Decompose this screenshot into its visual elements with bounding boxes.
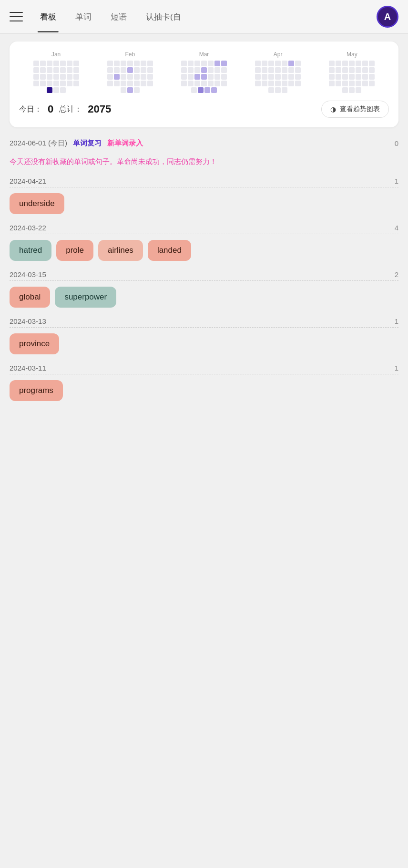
- review-link[interactable]: 单词复习: [73, 139, 102, 148]
- word-chips-1: underside: [10, 193, 398, 214]
- month-apr: Apr: [241, 51, 315, 93]
- today-label: 今日：: [19, 104, 42, 114]
- menu-button[interactable]: [10, 12, 23, 21]
- word-chip-province[interactable]: province: [10, 333, 59, 354]
- word-chips-4: province: [10, 333, 398, 354]
- date-header-2: 2024-03-224: [10, 224, 398, 234]
- word-chip-underside[interactable]: underside: [10, 193, 64, 214]
- date-label-5: 2024-03-11: [10, 364, 46, 372]
- month-may: May: [315, 51, 389, 93]
- date-label-4: 2024-03-13: [10, 317, 46, 325]
- avatar[interactable]: A: [377, 6, 398, 28]
- month-feb: Feb: [93, 51, 167, 93]
- date-count-0: 0: [395, 139, 398, 147]
- month-feb-label: Feb: [93, 51, 167, 58]
- date-label-2: 2024-03-22: [10, 224, 46, 232]
- add-word-link[interactable]: 新单词录入: [107, 139, 143, 148]
- stats-row: 今日： 0 总计： 2075 ◑ 查看趋势图表: [19, 101, 389, 118]
- trend-button[interactable]: ◑ 查看趋势图表: [321, 101, 389, 118]
- top-navigation: 看板 单词 短语 认抽卡(自 A: [0, 0, 408, 34]
- total-count: 2075: [88, 103, 111, 115]
- month-may-label: May: [315, 51, 389, 58]
- tab-kanban[interactable]: 看板: [31, 8, 66, 26]
- total-label: 总计：: [59, 104, 82, 114]
- date-label-1: 2024-04-21: [10, 177, 46, 185]
- main-content: Jan Feb: [0, 34, 408, 418]
- word-chip-superpower[interactable]: superpower: [55, 287, 116, 308]
- month-jan: Jan: [19, 51, 93, 93]
- date-section-2: 2024-03-224hatredproleairlineslanded: [10, 224, 398, 261]
- entries-list: 2024-06-01 (今日)单词复习新单词录入0今天还没有新收藏的单词或句子。…: [10, 139, 398, 401]
- date-header-5: 2024-03-111: [10, 364, 398, 374]
- nav-tabs: 看板 单词 短语 认抽卡(自: [31, 8, 377, 26]
- tab-flashcard[interactable]: 认抽卡(自: [136, 8, 191, 26]
- month-apr-label: Apr: [241, 51, 315, 58]
- word-chips-2: hatredproleairlineslanded: [10, 240, 398, 261]
- word-chip-landed[interactable]: landed: [148, 240, 191, 261]
- tab-phrases[interactable]: 短语: [101, 8, 136, 26]
- date-header-0: 2024-06-01 (今日)单词复习新单词录入0: [10, 139, 398, 150]
- tab-words[interactable]: 单词: [66, 8, 101, 26]
- word-chips-3: globalsuperpower: [10, 287, 398, 308]
- word-chip-global[interactable]: global: [10, 287, 50, 308]
- date-label-0: 2024-06-01 (今日): [10, 139, 67, 148]
- month-mar: Mar: [167, 51, 241, 93]
- word-chip-prole[interactable]: prole: [56, 240, 93, 261]
- chart-icon: ◑: [330, 105, 336, 113]
- date-label-3: 2024-03-15: [10, 270, 46, 279]
- date-header-1: 2024-04-211: [10, 177, 398, 187]
- today-count: 0: [48, 103, 53, 115]
- word-chip-airlines[interactable]: airlines: [98, 240, 143, 261]
- empty-message: 今天还没有新收藏的单词或句子。革命尚未成功，同志仍需努力！: [10, 156, 398, 167]
- month-jan-label: Jan: [19, 51, 93, 58]
- word-chips-5: programs: [10, 380, 398, 401]
- date-count-3: 2: [395, 270, 398, 279]
- date-section-1: 2024-04-211underside: [10, 177, 398, 214]
- trend-button-label: 查看趋势图表: [340, 105, 380, 114]
- calendar-heatmap: Jan Feb: [19, 51, 389, 93]
- date-count-1: 1: [395, 177, 398, 185]
- calendar-card: Jan Feb: [10, 41, 398, 127]
- date-count-2: 4: [395, 224, 398, 232]
- date-section-4: 2024-03-131province: [10, 317, 398, 354]
- date-header-3: 2024-03-152: [10, 270, 398, 281]
- date-section-3: 2024-03-152globalsuperpower: [10, 270, 398, 308]
- date-header-4: 2024-03-131: [10, 317, 398, 328]
- month-mar-label: Mar: [167, 51, 241, 58]
- date-section-0: 2024-06-01 (今日)单词复习新单词录入0今天还没有新收藏的单词或句子。…: [10, 139, 398, 167]
- date-count-4: 1: [395, 317, 398, 325]
- word-chip-programs[interactable]: programs: [10, 380, 63, 401]
- date-section-5: 2024-03-111programs: [10, 364, 398, 401]
- date-count-5: 1: [395, 364, 398, 372]
- word-chip-hatred[interactable]: hatred: [10, 240, 51, 261]
